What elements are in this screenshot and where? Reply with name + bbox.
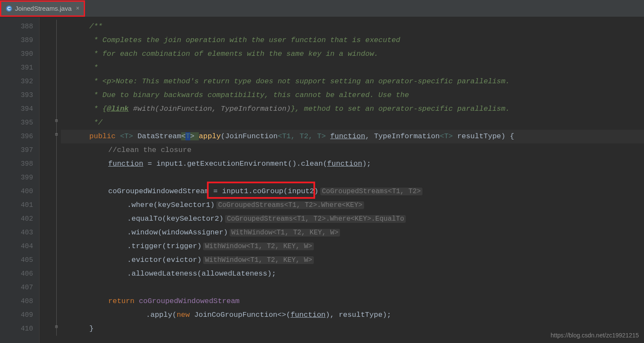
tab-highlight-annotation: C JoinedStreams.java × xyxy=(0,0,85,17)
line-number: 403 xyxy=(0,226,33,240)
line-number: 399 xyxy=(0,171,33,185)
method-call: .apply( xyxy=(146,311,176,319)
line-number: 407 xyxy=(0,281,33,294)
tab-filename: JoinedStreams.java xyxy=(15,5,72,12)
param-name: function xyxy=(330,132,365,140)
param: resultType) { xyxy=(453,132,514,140)
inlay-hint: CoGroupedStreams<T1, T2>.Where<KEY> xyxy=(216,201,364,209)
inlay-hint: CoGroupedStreams<T1, T2> xyxy=(320,188,422,195)
method-call: .where(keySelector1) xyxy=(127,201,215,209)
variable: function xyxy=(108,160,143,168)
line-number: 398 xyxy=(0,157,33,171)
inlay-hint: WithWindow<T1, T2, KEY, W> xyxy=(230,229,340,237)
code-editor[interactable]: 388 389 390 391 392 393 394 395 396 397 … xyxy=(0,17,644,343)
line-number: 405 xyxy=(0,253,33,267)
javadoc-ref: #with(JoinFunction, TypeInformation) xyxy=(129,105,291,113)
tab-bar: C JoinedStreams.java × xyxy=(0,0,644,17)
constructor: JoinCoGroupFunction<>( xyxy=(194,311,290,319)
close-tab-icon[interactable]: × xyxy=(76,5,79,12)
javadoc-line: * { xyxy=(89,105,107,113)
line-number-gutter: 388 389 390 391 392 393 394 395 396 397 … xyxy=(0,17,39,343)
keyword: public xyxy=(89,132,120,140)
method-call: .evictor(evictor) xyxy=(127,256,201,264)
field: coGroupedWindowedStream xyxy=(139,297,240,305)
javadoc-line: * Due to binary backwards compatibility,… xyxy=(89,91,409,99)
svg-text:C: C xyxy=(7,6,11,11)
variable: function xyxy=(291,311,326,319)
method-call: .trigger(trigger) xyxy=(127,242,201,250)
generic: <T> xyxy=(120,132,137,140)
line-comment: //clean the closure xyxy=(108,146,191,154)
param-type: (JoinFunction xyxy=(221,132,278,140)
line-number: 391 xyxy=(0,61,33,75)
line-number: 393 xyxy=(0,88,33,102)
type: DataStream xyxy=(137,132,181,140)
line-number: 404 xyxy=(0,240,33,253)
current-line[interactable]: public <T> DataStream<T> apply(JoinFunct… xyxy=(61,130,644,143)
line-number: 406 xyxy=(0,267,33,281)
generic-bracket: > xyxy=(190,132,199,140)
line-number: 408 xyxy=(0,294,33,308)
method-call: = input1.getExecutionEnvironment().clean… xyxy=(143,160,327,168)
generic: <T> xyxy=(440,132,453,140)
line-number: 401 xyxy=(0,198,33,212)
file-tab[interactable]: C JoinedStreams.java × xyxy=(1,2,84,15)
generic: <T1, T2, T> xyxy=(278,132,330,140)
generic-bracket: < xyxy=(181,132,185,140)
inlay-hint: WithWindow<T1, T2, KEY, W> xyxy=(203,243,314,250)
javadoc-line: */ xyxy=(89,118,103,127)
line-number: 402 xyxy=(0,212,33,226)
keyword: return xyxy=(108,297,139,305)
javadoc-line: /** xyxy=(89,22,103,30)
line-number: 392 xyxy=(0,75,33,88)
line-number: 390 xyxy=(0,47,33,61)
watermark-text: https://blog.csdn.net/zc19921215 xyxy=(551,332,639,339)
method-call: .equalTo(keySelector2) xyxy=(127,215,223,223)
line-number: 396 xyxy=(0,130,33,143)
javadoc-line: * <p>Note: This method's return type doe… xyxy=(89,77,510,85)
java-class-icon: C xyxy=(6,5,12,12)
method-call-cogroup: input1.coGroup(input2) xyxy=(222,187,318,195)
line-number: 410 xyxy=(0,322,33,336)
punct: ); xyxy=(362,160,371,168)
method-call: .window(windowAssigner) xyxy=(127,228,228,237)
javadoc-line: * for each combination of elements with … xyxy=(89,50,378,58)
variable: function xyxy=(327,160,362,168)
param-type: , TypeInformation xyxy=(365,132,440,140)
method-call: .allowedLateness(allowedLateness); xyxy=(127,270,276,278)
punct: ), resultType); xyxy=(325,311,391,319)
inlay-hint: WithWindow<T1, T2, KEY, W> xyxy=(203,256,314,264)
method-name: apply xyxy=(199,132,221,140)
code-content[interactable]: /** * Completes the join operation with … xyxy=(39,17,644,343)
javadoc-line: }, method to set an operator-specific pa… xyxy=(291,105,510,113)
line-number: 409 xyxy=(0,308,33,322)
brace: } xyxy=(89,325,94,333)
assignment: coGroupedWindowedStream = xyxy=(108,187,222,195)
line-number: 397 xyxy=(0,143,33,157)
inlay-hint: CoGroupedStreams<T1, T2>.Where<KEY>.Equa… xyxy=(225,215,406,223)
generic-param: T xyxy=(185,132,190,140)
line-number: 394 xyxy=(0,102,33,116)
line-number: 389 xyxy=(0,33,33,47)
line-number: 395 xyxy=(0,116,33,130)
keyword-new: new xyxy=(176,311,194,319)
javadoc-line: * xyxy=(89,64,98,72)
javadoc-line: * Completes the join operation with the … xyxy=(89,36,400,44)
line-number: 400 xyxy=(0,185,33,198)
line-number: 388 xyxy=(0,20,33,33)
javadoc-tag: @link xyxy=(107,105,129,113)
